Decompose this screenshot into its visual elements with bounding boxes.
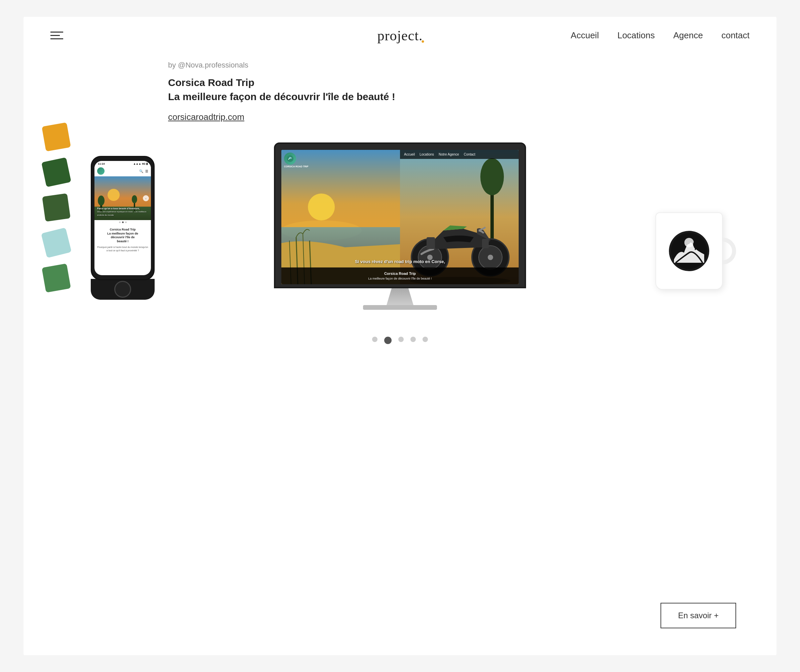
svg-point-6: [132, 195, 137, 203]
phone-dot-1: [119, 221, 121, 223]
svg-point-10: [308, 194, 335, 221]
svg-point-4: [98, 195, 104, 206]
project-url[interactable]: corsicaroadtrip.com: [168, 112, 395, 122]
phone-dot-2: [122, 221, 124, 223]
main-nav: Accueil Locations Agence contact: [571, 30, 750, 41]
mug-mockup: [656, 212, 723, 290]
pagination-dot-5[interactable]: [423, 337, 428, 342]
svg-point-22: [427, 255, 433, 260]
phone-nav: 🔍 ☰: [95, 166, 151, 176]
hamburger-menu[interactable]: [50, 32, 63, 39]
nav-contact[interactable]: contact: [721, 30, 750, 41]
phone-body: 11:14 ▲▲▲ 4G ▮ 🔍 ☰: [91, 156, 155, 280]
logo-text: project.: [377, 28, 423, 43]
screen-bottom-bar: Corsica Road Trip La meilleure façon de …: [281, 267, 519, 284]
svg-point-19: [480, 158, 504, 195]
monitor-screen: Accueil Locations Notre Agence Contact: [281, 150, 519, 284]
nav-agence[interactable]: Agence: [673, 30, 703, 41]
pagination-dots: [372, 337, 428, 344]
screen-nav-accueil: Accueil: [404, 152, 415, 156]
mug-body: [656, 212, 723, 290]
pagination-dot-2[interactable]: [384, 337, 391, 344]
phone-time: 11:14: [98, 162, 104, 165]
screen-nav-contact: Contact: [464, 152, 475, 156]
monitor-stand: [363, 305, 437, 310]
svg-rect-26: [426, 237, 435, 249]
phone-slider-dots: [95, 220, 151, 224]
project-title-line1: Corsica Road Trip: [168, 77, 255, 88]
phone-mockup: 11:14 ▲▲▲ 4G ▮ 🔍 ☰: [91, 156, 155, 300]
svg-point-25: [488, 255, 493, 260]
nav-locations[interactable]: Locations: [617, 30, 655, 41]
project-title: Corsica Road Trip La meilleure façon de …: [168, 75, 395, 104]
pagination-dot-4[interactable]: [410, 337, 416, 342]
en-savoir-button[interactable]: En savoir +: [661, 603, 736, 628]
page-container: project. Accueil Locations Agence contac…: [24, 17, 776, 655]
phone-hero-text: Parce qu'on a tous besoin d'Aventure, De…: [97, 207, 148, 217]
svg-point-1: [107, 189, 120, 201]
monitor-body: Accueil Locations Notre Agence Contact: [274, 142, 526, 288]
hamburger-line-2: [50, 35, 60, 36]
screen-right-panel: [400, 150, 519, 284]
screen-nav-locations: Locations: [420, 152, 434, 156]
phone-content: Corsica Road Trip La meilleure façon de …: [95, 224, 151, 255]
monitor-neck: [383, 288, 417, 305]
menu-icon[interactable]: ☰: [145, 170, 148, 173]
by-line: by @Nova.professionals: [168, 61, 395, 70]
monitor-mockup: Accueil Locations Notre Agence Contact: [274, 142, 526, 310]
screen-bottom-subtitle: La meilleure façon de découvrir l'île de…: [287, 277, 513, 281]
phone-nav-logo: [97, 167, 104, 175]
nav-accueil[interactable]: Accueil: [571, 30, 599, 41]
phone-nav-icons: 🔍 ☰: [139, 170, 148, 173]
phone-status-bar: 11:14 ▲▲▲ 4G ▮: [95, 161, 151, 166]
phone-hero-overlay: Parce qu'on a tous besoin d'Aventure, De…: [97, 207, 148, 217]
screen-logo-area: CORSICA ROAD TRIP: [284, 152, 308, 168]
phone-content-text: Pourquoi partir à l'autre bout du monde …: [97, 246, 148, 252]
screen-nav-agence: Notre Agence: [439, 152, 459, 156]
mockup-area: 11:14 ▲▲▲ 4G ▮ 🔍 ☰: [50, 142, 750, 310]
phone-signal: ▲▲▲ 4G ▮: [133, 162, 147, 165]
main-content: by @Nova.professionals Corsica Road Trip…: [24, 54, 776, 351]
screen-bottom-title: Corsica Road Trip: [287, 271, 513, 277]
mug-logo: [669, 231, 709, 271]
screen-nav-bar: Accueil Locations Notre Agence Contact: [400, 150, 519, 159]
screen-logo-circle: [284, 152, 296, 165]
project-title-line2: La meilleure façon de découvrir l'île de…: [168, 91, 395, 102]
pagination-dot-1[interactable]: [372, 337, 377, 342]
hamburger-line-1: [50, 32, 63, 33]
screen-left-panel: [281, 150, 400, 284]
screen-split: [281, 150, 519, 284]
svg-point-30: [685, 238, 694, 247]
phone-hero: Parce qu'on a tous besoin d'Aventure, De…: [95, 176, 151, 220]
mug-handle: [722, 238, 736, 264]
svg-rect-27: [482, 239, 489, 248]
phone-content-title: Corsica Road Trip La meilleure façon de …: [97, 228, 148, 243]
svg-point-8: [289, 157, 291, 159]
phone-screen: 11:14 ▲▲▲ 4G ▮ 🔍 ☰: [95, 161, 151, 275]
header: project. Accueil Locations Agence contac…: [24, 17, 776, 54]
project-info: by @Nova.professionals Corsica Road Trip…: [168, 61, 395, 122]
hamburger-line-3: [50, 38, 63, 39]
phone-dot-3: [125, 221, 127, 223]
pagination-dot-3[interactable]: [398, 337, 404, 342]
logo[interactable]: project.: [377, 27, 423, 44]
svg-point-32: [693, 242, 697, 247]
screen-site-name: CORSICA ROAD TRIP: [284, 165, 308, 168]
phone-next-arrow[interactable]: ›: [143, 195, 149, 201]
search-icon[interactable]: 🔍: [139, 170, 143, 173]
